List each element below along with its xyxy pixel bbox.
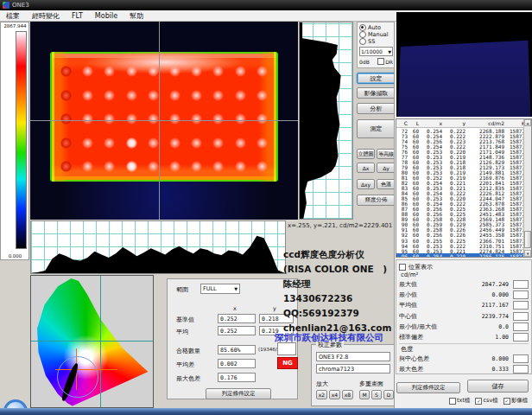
zoom-x8-button[interactable]: x8: [342, 390, 353, 399]
table-cell: 0.254: [419, 253, 442, 258]
dr-checkbox[interactable]: [377, 58, 384, 65]
cie-crosshair-horizontal: [31, 341, 153, 342]
checkbox-icon[interactable]: ✓: [475, 398, 482, 405]
image-capture-button[interactable]: 影像擷取: [357, 87, 396, 99]
multi-s-button[interactable]: S: [371, 390, 382, 399]
scroll-down-icon[interactable]: ▼: [524, 250, 531, 257]
heatmap-led-dot: [148, 66, 159, 77]
save-button[interactable]: 儲存: [467, 380, 529, 393]
delta-xy-button[interactable]: Δxy: [357, 179, 375, 189]
stat-input-box[interactable]: [513, 365, 529, 374]
dr-label: DR: [385, 59, 393, 65]
heatmap-led-dot: [212, 161, 224, 172]
heatmap-led-dot: [126, 66, 137, 77]
color-scale-min: 0.000: [2, 253, 28, 259]
menu-item[interactable]: FLT: [66, 12, 89, 20]
luminance-heatmap[interactable]: [30, 22, 298, 220]
window-bottom-edge: [0, 408, 532, 415]
color-temp-button[interactable]: 色溫: [377, 179, 396, 189]
heatmap-led-dot: [169, 137, 180, 149]
reference-label: 基準值: [176, 316, 194, 324]
capture-mode-radio-row[interactable]: SS: [359, 38, 393, 45]
file-check-item[interactable]: txt檔: [449, 397, 470, 405]
file-check-item[interactable]: ✓csv檔: [475, 397, 497, 405]
analyze-button[interactable]: 分析: [357, 103, 396, 114]
average-x-field[interactable]: 0.252: [218, 326, 256, 335]
heatmap-led-dot: [104, 66, 115, 77]
cie-tolerance-circle: [57, 356, 98, 398]
position-display-checkbox[interactable]: [399, 264, 406, 271]
menu-item[interactable]: 經時變化: [26, 11, 66, 21]
heatmap-led-dot: [126, 161, 137, 172]
heatmap-led-dot: [82, 90, 93, 101]
cie-chromaticity-diagram[interactable]: [30, 275, 154, 408]
judge-condition-button[interactable]: 判定條件設定: [206, 388, 271, 399]
table-header-cell: x: [419, 120, 442, 126]
menu-item[interactable]: 檔案: [0, 11, 26, 21]
stat-input-box[interactable]: [513, 280, 529, 289]
heatmap-led-dot: [169, 161, 180, 172]
checkbox-icon[interactable]: [449, 398, 456, 405]
multi-m-button[interactable]: M: [359, 390, 370, 399]
heatmap-led-dot: [256, 137, 268, 149]
stat-input-box[interactable]: [513, 290, 529, 299]
heatmap-led-dot: [82, 161, 93, 172]
stat-input-box[interactable]: [513, 354, 529, 363]
chroma-section-label: 色度: [401, 345, 529, 354]
zoom-x2-button[interactable]: x2: [316, 390, 327, 399]
heatmap-crosshair-horizontal[interactable]: [30, 120, 298, 121]
zoom-label: 放大: [316, 380, 328, 388]
heatmap-led-dot: [235, 66, 246, 77]
reference-x-field[interactable]: 0.252: [218, 314, 256, 323]
scroll-up-icon[interactable]: ▲: [524, 119, 531, 126]
title-bar: ONE3: [0, 0, 532, 10]
color-scale-gradient: [16, 31, 27, 249]
ng-result-badge: NG: [277, 357, 298, 369]
measure-button[interactable]: 測定: [357, 119, 396, 138]
chevron-down-icon: ▼: [388, 49, 391, 54]
range-label: 範圍: [176, 285, 188, 294]
view-3d-button[interactable]: 立體圖: [357, 149, 375, 159]
menu-item[interactable]: 幫助: [124, 11, 149, 21]
contour-button[interactable]: 等高線: [377, 149, 396, 159]
file-check-label: 影像檔: [511, 397, 529, 405]
heatmap-led-dot: [60, 90, 72, 101]
zoom-x4-button[interactable]: x4: [329, 390, 340, 399]
contact-line: 13430672236: [283, 291, 400, 306]
range-select[interactable]: FULL ▼: [200, 284, 240, 294]
radio-icon[interactable]: [359, 31, 366, 38]
calibration-param1-field[interactable]: ONE3 F2.8: [316, 352, 390, 361]
table-row[interactable]: 96600.2540.2202256.17515873: [396, 253, 531, 258]
capture-mode-radio-row[interactable]: Auto: [359, 24, 393, 31]
window-title: ONE3: [12, 0, 29, 10]
luminance-dist-button[interactable]: 輝度分佈: [357, 195, 396, 206]
stat-input-box[interactable]: [513, 322, 529, 331]
scrollbar-thumb[interactable]: [524, 231, 531, 248]
radio-icon[interactable]: [359, 38, 366, 45]
shutter-select[interactable]: 1/10000 ▼: [359, 47, 393, 56]
unit-label: cd/m²: [401, 271, 529, 278]
delta-y-button[interactable]: Δy: [377, 163, 396, 173]
capture-mode-radio-row[interactable]: Manual: [359, 31, 393, 38]
calibration-param2-field[interactable]: chroma7123: [316, 364, 390, 374]
stat-input-box[interactable]: [513, 333, 529, 342]
heatmap-led-dot: [191, 161, 202, 172]
judge-condition-button-right[interactable]: 判定條件設定: [396, 382, 460, 393]
menu-item[interactable]: Mobile: [89, 12, 124, 20]
pass-count-field: 85.60%: [218, 345, 256, 354]
measurement-table[interactable]: CLxycd/m2K 72600.2540.2222268.1881587373…: [396, 118, 532, 258]
multi-d-button[interactable]: D: [383, 390, 394, 399]
heatmap-led-dot: [104, 90, 115, 101]
settings-button[interactable]: 設定: [357, 73, 396, 84]
table-scrollbar[interactable]: ▲ ▼: [523, 119, 531, 257]
stat-input-box[interactable]: [513, 301, 529, 310]
stat-input-box[interactable]: [513, 312, 529, 321]
delta-x-button[interactable]: Δx: [357, 163, 375, 173]
stat-value: 2117.167: [464, 302, 509, 309]
radio-icon[interactable]: [359, 24, 366, 31]
checkbox-icon[interactable]: ✓: [504, 398, 510, 405]
heatmap-led-dot: [256, 113, 268, 124]
column-x-label: x: [233, 305, 237, 312]
stat-label: 平均值: [399, 301, 464, 310]
file-check-item[interactable]: ✓影像檔: [504, 397, 529, 405]
